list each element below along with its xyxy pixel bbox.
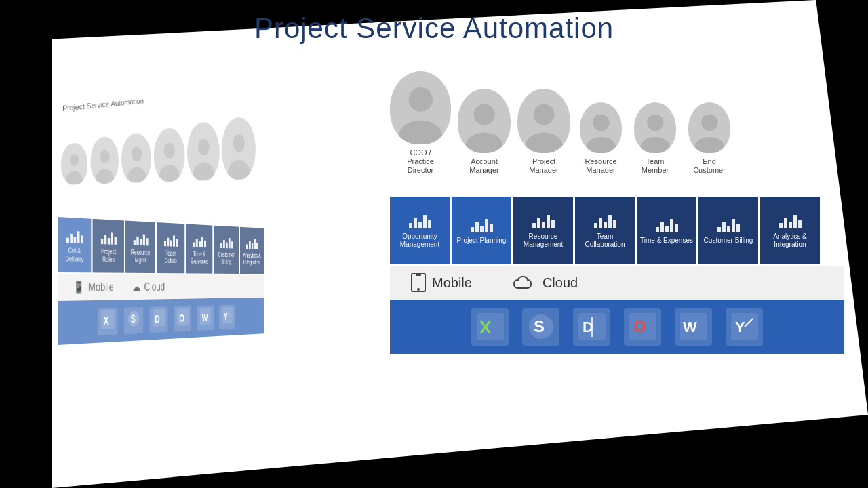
chart-icon-3 [133, 230, 148, 245]
svg-point-1 [66, 171, 83, 184]
chart-icon-2 [100, 228, 116, 245]
feature-label-opportunity: Opportunity Management [393, 232, 447, 249]
svg-text:X: X [479, 317, 492, 338]
left-app-office: O [174, 306, 191, 331]
feature-label-planning: Project Planning [457, 237, 507, 245]
chart-icon-6 [220, 234, 233, 248]
left-persona-3 [121, 133, 151, 183]
left-app-word: W [197, 305, 214, 331]
persona-resource-mgr-label: Resource Manager [577, 157, 625, 175]
feature-label-billing: Customer Billing [704, 237, 753, 245]
persona-end-customer-avatar [688, 102, 730, 153]
yammer-icon: Y [731, 313, 758, 340]
svg-text:O: O [633, 317, 646, 336]
svg-point-18 [593, 114, 610, 131]
svg-text:X: X [103, 314, 109, 327]
feature-analytics[interactable]: Analytics & Integration [760, 197, 820, 264]
left-panel: Ctrl & Delivery Project Rules ResourceMg… [58, 217, 264, 345]
cloud-icon-left: ☁ [132, 280, 140, 294]
svg-text:O: O [179, 313, 184, 324]
chart-bars-resource [532, 212, 555, 228]
left-feature-5: Time &Expenses [186, 224, 212, 273]
persona-coo: COO / Practice Director [390, 71, 451, 176]
svg-point-10 [233, 134, 245, 152]
mobile-icon-left: 📱 [73, 280, 84, 295]
svg-text:W: W [202, 312, 208, 323]
persona-team-member-avatar [634, 102, 676, 153]
svg-text:D: D [155, 314, 159, 325]
svg-point-5 [127, 167, 146, 183]
feature-time-expenses[interactable]: Time & Expenses [637, 197, 696, 264]
chart-icon-4 [163, 231, 178, 246]
svg-text:S: S [131, 313, 136, 325]
feature-opportunity[interactable]: Opportunity Management [390, 197, 450, 264]
cloud-icon [513, 274, 537, 291]
persona-account-mgr-avatar [458, 89, 511, 153]
cloud-text: Cloud [542, 275, 578, 291]
svg-text:W: W [683, 319, 697, 336]
svg-text:Y: Y [735, 319, 745, 336]
cloud-label: Cloud [513, 274, 578, 291]
left-feature-3: ResourceMgmt [125, 221, 155, 274]
app-skype[interactable]: S [522, 308, 559, 346]
feature-label-analytics: Analytics & Integration [763, 232, 817, 249]
skype-icon-left: S [127, 310, 140, 331]
left-app-skype: S [124, 306, 143, 333]
app-office[interactable]: O [624, 308, 661, 346]
word-icon: W [680, 313, 707, 340]
persona-coo-label: COO / Practice Director [397, 148, 444, 176]
excel-icon: X [477, 313, 504, 340]
apps-row: X S D O [390, 300, 844, 354]
chart-bars-billing [717, 216, 740, 232]
left-personas-row [61, 112, 256, 185]
left-feature-1: Ctrl & Delivery [58, 217, 91, 272]
mobile-text: Mobile [432, 275, 472, 291]
app-word[interactable]: W [675, 308, 712, 346]
mobile-text-left: Mobile [88, 281, 114, 294]
persona-resource-mgr: Resource Manager [577, 102, 625, 175]
feature-billing[interactable]: Customer Billing [698, 197, 758, 264]
left-feature-label-3: ResourceMgmt [131, 249, 150, 264]
left-feature-label-1: Ctrl & Delivery [60, 247, 89, 264]
svg-point-15 [465, 132, 502, 153]
persona-team-member-label: Team Member [631, 157, 679, 175]
svg-point-19 [586, 137, 616, 154]
left-app-excel: X [98, 307, 118, 335]
feature-team-collab[interactable]: Team Collaboration [575, 197, 635, 264]
app-dynamics[interactable]: D [573, 308, 610, 346]
left-persona-1 [61, 143, 87, 185]
left-feature-6: CustomerBilling [214, 226, 239, 274]
left-mobile-label: 📱 Mobile [73, 280, 114, 295]
svg-point-14 [474, 104, 495, 125]
left-feature-label-4: TeamCollab [165, 250, 177, 265]
svg-text:S: S [534, 317, 545, 336]
app-excel[interactable]: X [471, 308, 509, 346]
persona-account-mgr: Account Manager [458, 89, 511, 175]
svg-point-23 [694, 137, 724, 154]
left-feature-4: TeamCollab [157, 222, 184, 273]
main-title: Project Service Automation [0, 12, 868, 45]
feature-label-resource: Resource Management [516, 232, 570, 249]
svg-point-16 [534, 104, 555, 125]
left-app-yammer: Y [219, 304, 235, 329]
feature-resource-mgmt[interactable]: Resource Management [513, 197, 573, 264]
left-cloud-label: ☁ Cloud [132, 280, 165, 294]
chart-icon-1 [66, 227, 83, 244]
left-feature-7: Analytics &Integration [240, 227, 264, 274]
app-yammer[interactable]: Y [726, 308, 763, 346]
svg-point-20 [647, 114, 664, 131]
chart-bars-opportunity [409, 212, 431, 228]
cloud-text-left: Cloud [144, 281, 165, 293]
persona-coo-avatar [390, 71, 451, 144]
left-feature-label-2: Project Rules [94, 248, 122, 264]
persona-resource-mgr-avatar [580, 102, 622, 153]
excel-icon-left: X [101, 310, 115, 332]
dynamics-icon: D [578, 313, 606, 340]
word-icon-left: W [200, 308, 211, 327]
persona-team-member: Team Member [631, 102, 679, 175]
feature-project-planning[interactable]: Project Planning [452, 197, 511, 264]
left-feature-2: Project Rules [93, 219, 124, 273]
chart-bars-analytics [779, 212, 802, 228]
svg-point-7 [159, 165, 179, 182]
left-persona-6 [222, 117, 256, 180]
